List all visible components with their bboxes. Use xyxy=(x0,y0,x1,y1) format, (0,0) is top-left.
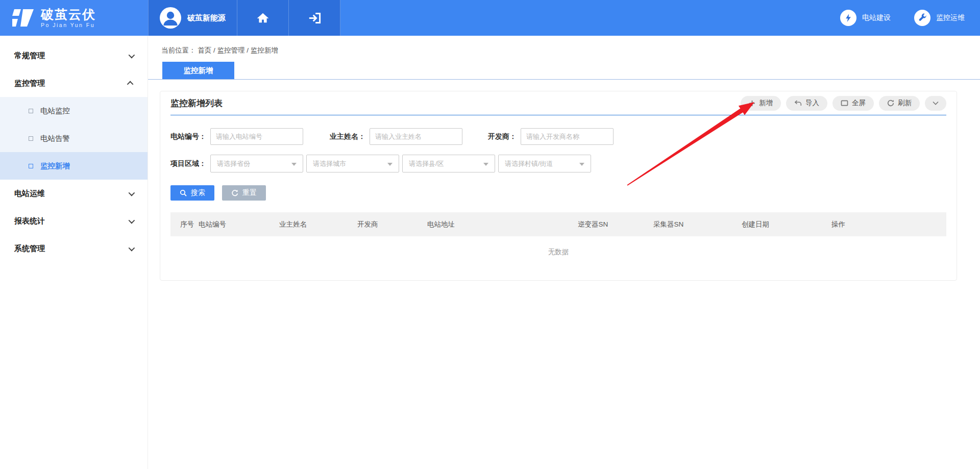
field-label-developer: 开发商： xyxy=(488,132,517,141)
chevron-up-icon xyxy=(127,81,134,87)
main-content: 当前位置： 首页 / 监控管理 / 监控新增 监控新增 监控新增列表 新增 导入 xyxy=(148,36,980,469)
table-header-row: 序号 电站编号 业主姓名 开发商 电站地址 逆变器SN 采集器SN 创建日期 操… xyxy=(170,212,946,236)
county-select[interactable]: 请选择县/区 xyxy=(402,155,495,172)
caret-down-icon xyxy=(483,163,488,166)
field-label-region: 项目区域： xyxy=(170,159,206,168)
tab-bar: 监控新增 xyxy=(148,62,980,80)
field-label-station-code: 电站编号： xyxy=(170,132,206,141)
refresh-icon xyxy=(887,100,894,107)
owner-name-input[interactable] xyxy=(370,128,462,145)
add-button[interactable]: 新增 xyxy=(741,96,781,111)
chevron-down-icon xyxy=(129,52,135,58)
field-label-owner-name: 业主姓名： xyxy=(330,132,365,141)
logout-button[interactable] xyxy=(289,0,340,36)
search-icon xyxy=(180,189,187,196)
city-select[interactable]: 请选择城市 xyxy=(306,155,399,172)
home-button[interactable] xyxy=(237,0,289,36)
sidebar-group-station-ops[interactable]: 电站运维 xyxy=(0,180,148,207)
col-inverter-sn: 逆变器SN xyxy=(578,220,653,229)
town-select[interactable]: 请选择村镇/街道 xyxy=(498,155,591,172)
sidebar-item-station-alarm[interactable]: 电站告警 xyxy=(0,125,148,152)
square-bullet-icon xyxy=(29,109,33,113)
collapse-button[interactable] xyxy=(925,96,946,111)
chevron-down-icon xyxy=(933,101,939,105)
filter-form: 电站编号： 业主姓名： 开发商： 项目区域： 请选择省份 请选择城市 xyxy=(170,115,946,172)
breadcrumb: 当前位置： 首页 / 监控管理 / 监控新增 xyxy=(148,36,980,55)
import-button[interactable]: 导入 xyxy=(786,96,827,111)
sidebar-item-monitor-add[interactable]: 监控新增 xyxy=(0,152,148,180)
top-header: 破茧云伏 Po Jian Yun Fu 破茧新能源 电站建设 xyxy=(0,0,980,36)
col-collector-sn: 采集器SN xyxy=(653,220,742,229)
reset-button[interactable]: 重置 xyxy=(222,185,266,201)
province-select[interactable]: 请选择省份 xyxy=(210,155,303,172)
refresh-button[interactable]: 刷新 xyxy=(879,96,920,111)
lightning-icon xyxy=(840,10,856,26)
panel-toolbar: 新增 导入 全屏 刷新 xyxy=(741,96,946,111)
nav-plant-construction[interactable]: 电站建设 xyxy=(840,10,891,26)
caret-down-icon xyxy=(291,163,297,166)
fullscreen-icon xyxy=(841,100,848,106)
col-owner-name: 业主姓名 xyxy=(279,220,357,229)
user-menu[interactable]: 破茧新能源 xyxy=(148,0,237,36)
avatar xyxy=(160,7,181,29)
developer-input[interactable] xyxy=(521,128,614,145)
sidebar-group-system-mgmt[interactable]: 系统管理 xyxy=(0,235,148,262)
col-address: 电站地址 xyxy=(427,220,578,229)
sidebar-group-regular-mgmt[interactable]: 常规管理 xyxy=(0,42,148,69)
sidebar-group-report-stats[interactable]: 报表统计 xyxy=(0,207,148,235)
nav-monitor-ops[interactable]: 监控运维 xyxy=(914,10,965,26)
page-title: 监控新增列表 xyxy=(170,97,223,109)
home-icon xyxy=(256,11,270,24)
col-station-code: 电站编号 xyxy=(199,220,279,229)
sidebar-submenu: 电站监控 电站告警 监控新增 xyxy=(0,97,148,180)
tab-monitor-add[interactable]: 监控新增 xyxy=(162,62,234,79)
empty-state: 无数据 xyxy=(170,236,946,257)
app-title: 破茧云伏 xyxy=(41,8,96,22)
chevron-down-icon xyxy=(129,189,135,196)
chevron-down-icon xyxy=(129,244,135,251)
sidebar: 常规管理 监控管理 电站监控 电站告警 监控新增 电站运维 报表统计 系统管理 xyxy=(0,36,148,469)
square-bullet-icon xyxy=(29,164,33,168)
wrench-icon xyxy=(914,10,930,26)
search-button[interactable]: 搜索 xyxy=(170,185,214,201)
col-developer: 开发商 xyxy=(357,220,427,229)
caret-down-icon xyxy=(579,163,584,166)
monitor-add-panel: 监控新增列表 新增 导入 全屏 刷新 xyxy=(160,91,957,281)
station-code-input[interactable] xyxy=(210,128,303,145)
logout-icon xyxy=(308,11,322,25)
chevron-down-icon xyxy=(129,217,135,224)
app-subtitle: Po Jian Yun Fu xyxy=(41,22,96,28)
col-create-date: 创建日期 xyxy=(742,220,831,229)
col-index: 序号 xyxy=(180,220,199,229)
square-bullet-icon xyxy=(29,136,33,141)
breadcrumb-home[interactable]: 首页 xyxy=(198,46,211,54)
nav-label: 监控运维 xyxy=(936,13,965,22)
user-name: 破茧新能源 xyxy=(187,13,226,23)
logo: 破茧云伏 Po Jian Yun Fu xyxy=(0,0,148,36)
sidebar-group-monitor-mgmt[interactable]: 监控管理 xyxy=(0,69,148,97)
breadcrumb-monitor-mgmt[interactable]: 监控管理 xyxy=(217,46,245,54)
logo-icon xyxy=(11,8,35,28)
import-icon xyxy=(794,100,802,106)
reset-icon xyxy=(231,189,238,196)
col-operation: 操作 xyxy=(831,220,946,229)
plus-icon xyxy=(749,100,755,107)
sidebar-item-station-monitor[interactable]: 电站监控 xyxy=(0,97,148,125)
nav-label: 电站建设 xyxy=(862,13,891,22)
caret-down-icon xyxy=(387,163,393,166)
fullscreen-button[interactable]: 全屏 xyxy=(832,96,874,111)
breadcrumb-monitor-add[interactable]: 监控新增 xyxy=(251,46,278,54)
breadcrumb-prefix: 当前位置： xyxy=(161,46,196,54)
